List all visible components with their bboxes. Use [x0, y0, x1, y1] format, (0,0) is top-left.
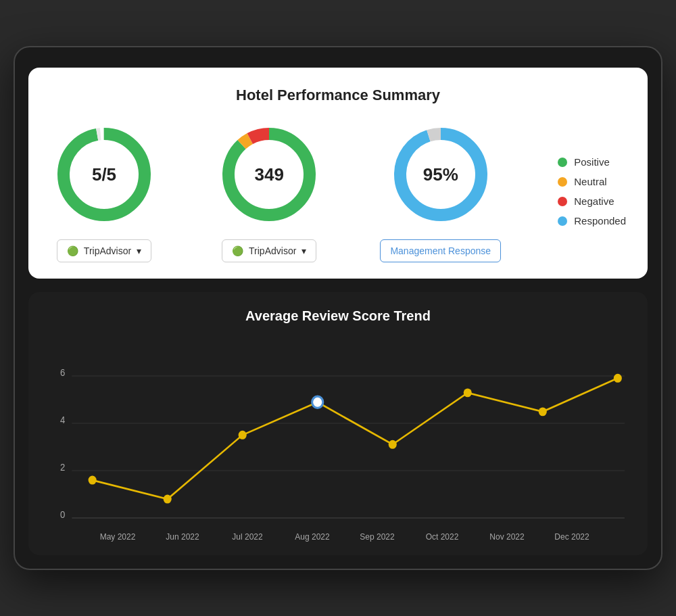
top-panel: Hotel Performance Summary 5/5 🟢 TripAdvi… [28, 68, 648, 279]
reviews-dropdown-label: TripAdvisor [249, 245, 296, 256]
bottom-panel: Average Review Score Trend 0 2 4 6 [28, 292, 648, 555]
svg-text:6: 6 [60, 368, 65, 378]
dot-jun [164, 495, 172, 504]
neutral-dot [558, 177, 567, 187]
x-label-jul: Jul 2022 [215, 532, 280, 542]
mgmt-response-button[interactable]: Management Response [380, 239, 501, 262]
rating-chart-item: 5/5 🟢 TripAdvisor ▾ [50, 120, 158, 262]
dot-aug-highlight [312, 396, 323, 408]
top-panel-title: Hotel Performance Summary [50, 87, 626, 104]
rating-value: 5/5 [92, 164, 116, 185]
rating-donut: 5/5 [50, 120, 158, 229]
svg-text:0: 0 [60, 510, 65, 520]
svg-text:2: 2 [60, 463, 65, 473]
negative-dot [558, 197, 567, 206]
negative-label: Negative [574, 195, 614, 207]
dot-may [89, 476, 97, 485]
svg-text:4: 4 [60, 415, 66, 425]
trend-chart-title: Average Review Score Trend [45, 308, 631, 324]
response-donut: 95% [387, 120, 495, 229]
x-axis-labels: May 2022 Jun 2022 Jul 2022 Aug 2022 Sep … [45, 527, 631, 542]
responded-label: Responded [574, 215, 626, 227]
legend-responded: Responded [558, 215, 626, 227]
chevron-down-icon: ▾ [137, 245, 141, 256]
dot-jul [239, 431, 247, 440]
x-label-jun: Jun 2022 [150, 532, 215, 542]
dot-dec [614, 374, 622, 383]
reviews-chart-item: 349 🟢 TripAdvisor ▾ [215, 120, 323, 262]
legend-negative: Negative [558, 195, 626, 207]
dot-nov [539, 407, 547, 416]
dot-oct [464, 388, 472, 397]
responded-dot [558, 216, 567, 226]
x-label-aug: Aug 2022 [280, 532, 345, 542]
rating-dropdown[interactable]: 🟢 TripAdvisor ▾ [57, 239, 151, 262]
positive-dot [558, 158, 567, 167]
reviews-value: 349 [255, 164, 284, 185]
dot-sep [389, 440, 397, 449]
x-label-dec: Dec 2022 [539, 532, 604, 542]
rating-dropdown-label: TripAdvisor [84, 245, 131, 256]
positive-label: Positive [574, 156, 610, 168]
charts-row: 5/5 🟢 TripAdvisor ▾ [50, 120, 626, 262]
trend-chart-area: 0 2 4 6 [45, 337, 631, 527]
x-label-may: May 2022 [85, 532, 150, 542]
legend-neutral: Neutral [558, 176, 626, 187]
x-label-sep: Sep 2022 [345, 532, 410, 542]
response-value: 95% [423, 164, 458, 185]
chevron-down-icon2: ▾ [301, 245, 306, 256]
tripadvisor-icon2: 🟢 [232, 245, 243, 256]
x-label-nov: Nov 2022 [475, 532, 539, 542]
reviews-donut: 349 [215, 120, 323, 229]
trend-line [93, 378, 618, 499]
device-frame: Hotel Performance Summary 5/5 🟢 TripAdvi… [14, 46, 662, 570]
legend-positive: Positive [558, 156, 626, 168]
reviews-dropdown[interactable]: 🟢 TripAdvisor ▾ [222, 239, 316, 262]
response-chart-item: 95% Management Response [380, 120, 501, 262]
tripadvisor-icon: 🟢 [67, 245, 78, 256]
legend-box: Positive Neutral Negative Responded [558, 149, 626, 233]
x-label-oct: Oct 2022 [410, 532, 475, 542]
trend-chart-svg: 0 2 4 6 [45, 337, 631, 527]
neutral-label: Neutral [574, 176, 606, 187]
